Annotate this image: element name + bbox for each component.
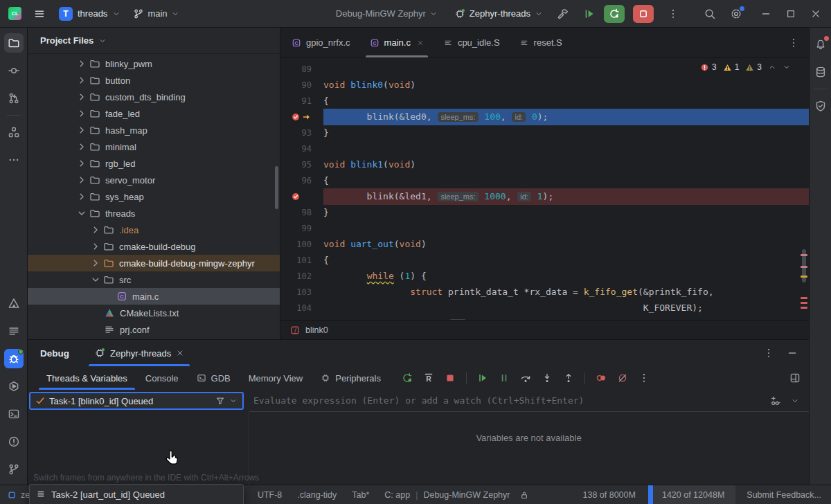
submit-feedback-link[interactable]: Submit Feedback... (747, 490, 821, 500)
tree-item-prj-conf[interactable]: prj.conf (28, 321, 280, 338)
resume-button[interactable] (475, 370, 490, 386)
build-hammer-icon[interactable] (557, 8, 569, 20)
tree-item-rgb-led[interactable]: rgb_led (28, 155, 280, 172)
run-configuration-selector[interactable]: Debug-MinGW Zephyr (336, 8, 438, 19)
tree-scrollbar[interactable] (275, 166, 278, 209)
tree-item-threads[interactable]: threads (28, 205, 280, 222)
gutter-line-number[interactable]: 98 (280, 208, 323, 217)
thread-option-1[interactable]: Task-2 [uart_out_id] Queued (30, 486, 243, 503)
mute-bp-button[interactable] (615, 370, 630, 386)
tree-item-button[interactable]: button (28, 72, 280, 89)
tab-zephyr-threads-session[interactable]: Zephyr-threads (87, 340, 191, 366)
code-line-90[interactable]: 90void blink0(void) (280, 77, 809, 93)
stripe-mark[interactable] (801, 266, 807, 268)
main-menu-icon[interactable] (34, 8, 45, 19)
breadcrumb-function[interactable]: blink0 (305, 325, 328, 335)
pause-button[interactable] (497, 370, 512, 386)
code-line-92[interactable]: blink(&led0, sleep_ms: 100, id: 0); (280, 109, 809, 125)
settings-button[interactable] (730, 8, 742, 20)
code-line-96[interactable]: 96{ (280, 172, 809, 188)
restart-r-button[interactable]: R (421, 370, 436, 386)
filter-icon[interactable] (215, 396, 225, 406)
stripe-mark[interactable] (801, 254, 807, 256)
file-encoding[interactable]: UTF-8 (258, 490, 282, 500)
gutter-line-number[interactable]: 91 (280, 96, 323, 106)
error-stripe[interactable] (799, 58, 809, 320)
debug-tab-gdb[interactable]: GDB (188, 366, 240, 390)
gutter-line-number[interactable]: 93 (280, 128, 323, 138)
tree-item--idea[interactable]: .idea (28, 222, 280, 238)
stripe-mark[interactable] (801, 276, 807, 278)
project-widget[interactable]: T threads (59, 7, 120, 21)
gutter-line-number[interactable]: 100 (280, 240, 323, 249)
editor-tab-cpu-idle-s[interactable]: cpu_idle.S (434, 28, 510, 57)
code-line-93[interactable]: 93} (280, 125, 809, 141)
resume-program-icon[interactable] (583, 8, 596, 20)
minimize-icon[interactable] (760, 8, 771, 19)
debug-tab-console[interactable]: Console (136, 366, 188, 390)
debug-tab-threads-variables[interactable]: Threads & Variables (37, 366, 136, 390)
tree-item-fade-led[interactable]: fade_led (28, 105, 280, 122)
warnings-badge[interactable]: 1 (723, 62, 740, 72)
code-line-104[interactable]: 104 K_FOREVER); (280, 300, 809, 316)
search-icon[interactable] (704, 8, 716, 20)
editor-tab-main-c[interactable]: Cmain.c (360, 28, 434, 57)
rail-project-button[interactable] (4, 33, 24, 53)
resolve-context[interactable]: C: app | Debug-MinGW Zephyr (384, 490, 510, 500)
code-line-98[interactable]: 98} (280, 204, 809, 220)
debug-options-icon[interactable] (763, 348, 774, 359)
gutter-line-number[interactable]: 96 (280, 176, 323, 186)
rerun-debug-button[interactable] (604, 5, 625, 23)
thread-selector-combobox[interactable]: Task-1 [blink0_id] Queued (29, 392, 244, 410)
gutter-line-number[interactable]: 103 (280, 287, 323, 297)
editor-tab-reset-s[interactable]: reset.S (510, 28, 572, 57)
tree-item-blinky-pwm[interactable]: blinky_pwm (28, 55, 280, 72)
rail-git-button[interactable] (4, 460, 24, 479)
tree-item-minimal[interactable]: minimal (28, 138, 280, 155)
code-line-105[interactable]: 105 printk(fmt: "Toggled led%d; counter=… (280, 316, 809, 320)
code-line-91[interactable]: 91{ (280, 93, 809, 109)
stop-button[interactable] (633, 5, 654, 23)
tree-item-cmake-build-debug-mingw-zephyr[interactable]: cmake-build-debug-mingw-zephyr (28, 255, 280, 271)
errors-badge[interactable]: 3 (700, 62, 717, 72)
tree-item-cmake-build-debug[interactable]: cmake-build-debug (28, 238, 280, 255)
rail-shield-button[interactable] (811, 96, 830, 116)
gutter-line-number[interactable]: 89 (280, 64, 323, 74)
rail-more-button[interactable] (4, 150, 24, 170)
gutter-line-number[interactable]: 99 (280, 224, 323, 233)
unlocked-icon[interactable] (519, 490, 529, 500)
project-panel-header[interactable]: Project Files (28, 28, 280, 54)
rail-cmake-button[interactable] (4, 294, 24, 313)
branch-widget[interactable]: main (133, 8, 179, 19)
close-tab-icon[interactable] (417, 39, 424, 46)
heap-indicator[interactable]: 138 of 8000M (582, 490, 635, 500)
rail-problems-button[interactable] (4, 432, 24, 451)
gutter-line-number[interactable]: 90 (280, 80, 323, 90)
rail-database-button[interactable] (811, 62, 830, 82)
evaluate-expression-input[interactable]: Evaluate expression (Enter) or add a wat… (249, 390, 809, 412)
rail-pull-requests-button[interactable] (4, 89, 24, 108)
weak-warnings-badge[interactable]: 3 (745, 62, 762, 72)
step-out-button[interactable] (561, 370, 576, 386)
kebab-button[interactable] (636, 370, 652, 386)
rail-structure-button[interactable] (4, 123, 24, 142)
step-over-button[interactable] (518, 370, 533, 386)
stripe-mark[interactable] (801, 302, 807, 304)
tree-item-main-c[interactable]: Cmain.c (28, 288, 280, 305)
debug-session-selector[interactable]: Zephyr-threads (454, 8, 543, 19)
next-highlight-icon[interactable] (783, 63, 791, 71)
code-line-97[interactable]: blink(&led1, sleep_ms: 1000, id: 1); (280, 188, 809, 204)
gutter-breakpoint[interactable] (280, 112, 323, 122)
code-line-103[interactable]: 103 struct printk_data_t *rx_data = k_fi… (280, 284, 809, 300)
step-into-button[interactable] (539, 370, 555, 386)
rail-debug-button[interactable] (4, 349, 24, 368)
rail-run-button[interactable] (4, 377, 24, 396)
code-editor[interactable]: 8990void blink0(void)91{ blink(&led0, sl… (280, 58, 809, 320)
add-watch-icon[interactable] (770, 395, 781, 406)
rerun-button[interactable] (400, 370, 415, 386)
chevron-down-icon[interactable] (791, 397, 799, 405)
close-tab-icon[interactable] (176, 349, 184, 357)
tree-item-custom-dts-binding[interactable]: custom_dts_binding (28, 89, 280, 105)
rail-todo-button[interactable] (4, 321, 24, 341)
debug-tab-memory-view[interactable]: Memory View (240, 366, 312, 390)
